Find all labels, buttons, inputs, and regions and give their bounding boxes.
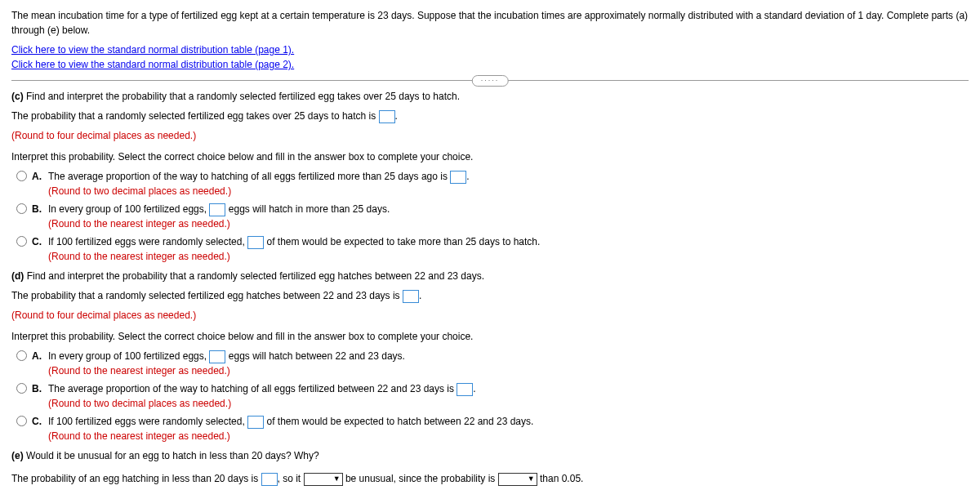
part-c-c-input[interactable]: [247, 236, 264, 249]
part-d-prob-post: .: [419, 290, 421, 301]
part-c-c-round: (Round to the nearest integer as needed.…: [48, 249, 969, 264]
part-d-a-input[interactable]: [209, 350, 225, 363]
part-d-a-pre: In every group of 100 fertilized eggs,: [48, 350, 209, 362]
chevron-down-icon: ▼: [333, 475, 341, 483]
part-d-a-label: A.: [32, 349, 43, 363]
part-d-label: (d): [11, 270, 24, 282]
part-d-c-input[interactable]: [247, 416, 264, 429]
part-c-radio-c[interactable]: [16, 236, 27, 247]
part-c-prob-post: .: [395, 110, 398, 122]
part-c-b-label: B.: [32, 202, 43, 216]
part-d-radio-c[interactable]: [16, 416, 27, 426]
part-c-round4: (Round to four decimal places as needed.…: [11, 128, 969, 143]
part-c-a-round: (Round to two decimal places as needed.): [48, 184, 969, 198]
part-d-b-input[interactable]: [457, 383, 473, 396]
part-c-radio-b[interactable]: [16, 203, 27, 214]
part-d-round4: (Round to four decimal places as needed.…: [11, 308, 969, 323]
part-d-b-label: B.: [32, 381, 43, 396]
part-c-a-label: A.: [32, 169, 43, 184]
part-d-a-post: eggs will hatch between 22 and 23 days.: [225, 350, 404, 362]
part-c-b-round: (Round to the nearest integer as needed.…: [48, 216, 969, 231]
part-c-a-post: .: [466, 171, 469, 182]
part-e-pre: The probability of an egg hatching in le…: [11, 473, 261, 484]
part-e-post: than 0.05.: [537, 473, 584, 484]
intro-text: The mean incubation time for a type of f…: [11, 8, 969, 38]
part-d-interpret: Interpret this probability. Select the c…: [11, 329, 969, 344]
part-c-prob-pre: The probability that a randomly selected…: [11, 110, 379, 122]
part-c-b-input[interactable]: [209, 203, 225, 216]
chevron-down-icon: ▼: [528, 475, 535, 483]
part-d-a-round: (Round to the nearest integer as needed.…: [48, 363, 969, 378]
part-e-prompt: Would it be unusual for an egg to hatch …: [26, 450, 319, 461]
part-c-c-post: of them would be expected to take more t…: [264, 236, 540, 247]
part-d-b-pre: The average proportion of the way to hat…: [48, 383, 457, 394]
part-c-b-pre: In every group of 100 fertilized eggs,: [48, 203, 209, 215]
link-table-page1[interactable]: Click here to view the standard normal d…: [11, 44, 294, 56]
part-e-mid2: be unusual, since the probability is: [343, 473, 498, 484]
part-d-c-round: (Round to the nearest integer as needed.…: [48, 429, 969, 443]
part-d-radio-a[interactable]: [16, 350, 27, 361]
part-d-prob-input[interactable]: [403, 290, 419, 303]
part-d-c-label: C.: [32, 414, 43, 429]
part-c-interpret: Interpret this probability. Select the c…: [11, 149, 969, 164]
part-c-label: (c): [11, 91, 24, 102]
part-c-c-pre: If 100 fertilized eggs were randomly sel…: [48, 236, 247, 247]
part-c-a-input[interactable]: [450, 171, 466, 184]
part-e-select-2[interactable]: ▼: [498, 473, 537, 486]
part-d-radio-b[interactable]: [16, 383, 27, 394]
link-table-page2[interactable]: Click here to view the standard normal d…: [11, 59, 294, 70]
part-d-b-post: .: [473, 383, 475, 394]
part-d-prob-pre: The probability that a randomly selected…: [11, 290, 403, 301]
part-c-radio-a[interactable]: [16, 171, 27, 181]
part-d-c-post: of them would be expected to hatch betwe…: [264, 416, 533, 427]
part-e-select-1[interactable]: ▼: [304, 473, 343, 486]
part-d-prompt: Find and interpret the probability that …: [27, 270, 484, 282]
part-e-prob-input[interactable]: [261, 473, 278, 486]
part-d-c-pre: If 100 fertilized eggs were randomly sel…: [48, 416, 247, 427]
part-e-mid1: , so it: [278, 473, 304, 484]
divider-pill: ·····: [472, 75, 509, 87]
part-c-a-pre: The average proportion of the way to hat…: [48, 171, 450, 182]
part-c-prob-input[interactable]: [379, 110, 395, 123]
part-d-b-round: (Round to two decimal places as needed.): [48, 396, 969, 411]
part-e-label: (e): [11, 450, 24, 461]
part-c-prompt: Find and interpret the probability that …: [26, 91, 460, 102]
part-c-c-label: C.: [32, 234, 43, 249]
part-c-b-post: eggs will hatch in more than 25 days.: [225, 203, 390, 215]
